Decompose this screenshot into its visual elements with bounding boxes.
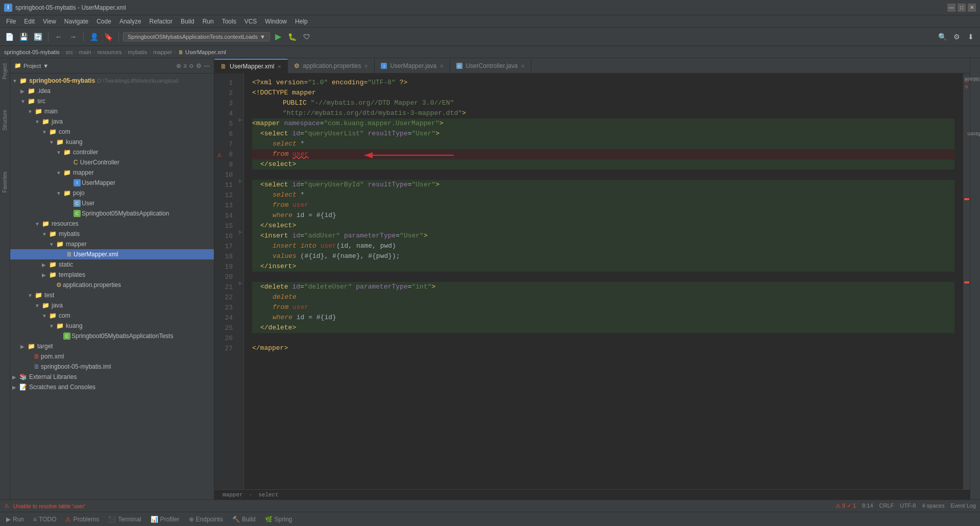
menu-code[interactable]: Code [92, 17, 115, 26]
tree-controller[interactable]: ▼ 📁 controller [10, 147, 214, 157]
endpoints-panel-btn[interactable]: ⊕ Endpoints [185, 515, 227, 524]
run-config-selector[interactable]: SpringbootOSMybatisApplicationTests.cont… [123, 32, 270, 41]
project-panel-tab[interactable]: Project [1, 58, 9, 84]
tree-idea[interactable]: ▶ 📁 .idea [10, 86, 214, 96]
back-button[interactable]: ← [53, 31, 65, 43]
profiler-panel-btn[interactable]: 📊 Profiler [146, 515, 184, 524]
tree-test-kuang[interactable]: ▼ 📁 kuang [10, 321, 214, 331]
tree-main[interactable]: ▼ 📁 main [10, 106, 214, 116]
maven-panel-tab[interactable]: Maven [962, 129, 980, 138]
tree-test[interactable]: ▼ 📁 test [10, 290, 214, 300]
menu-file[interactable]: File [2, 17, 20, 26]
tree-kuang[interactable]: ▼ 📁 kuang [10, 137, 214, 147]
tree-resources[interactable]: ▼ 📁 resources [10, 219, 214, 229]
breadcrumb-resources[interactable]: resources [97, 49, 121, 55]
tab-usercontroller-java[interactable]: C UserController.java ✕ [450, 59, 531, 73]
menu-edit[interactable]: Edit [20, 17, 39, 26]
indent[interactable]: 4 spaces [922, 503, 944, 509]
tab-usermapper-xml[interactable]: 🗎 UserMapper.xml ✕ [214, 59, 288, 73]
menu-window[interactable]: Window [261, 17, 291, 26]
window-controls[interactable]: — □ ✕ [947, 4, 976, 12]
tree-mybatis[interactable]: ▼ 📁 mybatis [10, 229, 214, 239]
tree-springboot-app[interactable]: ▶ C Springboot05MybatisApplication [10, 208, 214, 219]
tree-java[interactable]: ▼ 📁 java [10, 116, 214, 127]
breadcrumb-main[interactable]: main [79, 49, 91, 55]
tree-usermapper-java[interactable]: ▶ I UserMapper [10, 178, 214, 188]
tree-iml[interactable]: ▶ 🗎 springboot-05-mybatis.iml [10, 362, 214, 372]
close-button[interactable]: ✕ [968, 4, 976, 12]
code-area[interactable]: <?xml version="1.0" encoding="UTF-8" ?> … [244, 74, 963, 489]
tree-target[interactable]: ▶ 📁 target [10, 341, 214, 351]
menu-tools[interactable]: Tools [218, 17, 240, 26]
menu-navigate[interactable]: Navigate [60, 17, 92, 26]
run-panel-btn[interactable]: ▶ Run [2, 515, 28, 524]
tab-close-xml[interactable]: ✕ [277, 64, 281, 69]
tree-mapper-folder[interactable]: ▼ 📁 mapper [10, 239, 214, 249]
tree-scratches[interactable]: ▶ 📝 Scratches and Consoles [10, 382, 214, 392]
tree-src[interactable]: ▼ 📁 src [10, 96, 214, 106]
encoding[interactable]: UTF-8 [900, 503, 916, 509]
tree-pojo[interactable]: ▼ 📁 pojo [10, 188, 214, 198]
coverage-button[interactable]: 🛡 [301, 31, 313, 43]
tree-usermapper-xml[interactable]: ▶ 🗎 UserMapper.xml [10, 249, 214, 259]
save-all-button[interactable]: 💾 [17, 31, 30, 43]
tree-springboot-tests[interactable]: ▶ C Springboot05MybatisApplicationTests [10, 331, 214, 341]
sidebar-dropdown-icon[interactable]: ▼ [43, 63, 48, 69]
tree-test-com[interactable]: ▼ 📁 com [10, 310, 214, 321]
terminal-panel-btn[interactable]: ⬛ Terminal [104, 515, 145, 524]
problems-panel-btn[interactable]: ⚠ Problems [61, 515, 103, 524]
structure-panel-tab[interactable]: Structure [1, 105, 9, 136]
tree-static[interactable]: ▶ 📁 static [10, 259, 214, 270]
tree-app-properties[interactable]: ▶ ⚙ application.properties [10, 280, 214, 290]
forward-button[interactable]: → [67, 31, 79, 43]
menu-run[interactable]: Run [199, 17, 218, 26]
breadcrumb-mapper[interactable]: mapper [153, 49, 172, 55]
spring-panel-btn[interactable]: 🌿 Spring [261, 515, 297, 524]
gear-icon[interactable]: ⚙ [196, 62, 202, 69]
tree-com[interactable]: ▼ 📁 com [10, 127, 214, 137]
minimize-button[interactable]: — [947, 4, 955, 12]
breadcrumb-file[interactable]: 🗎 UserMapper.xml [178, 49, 226, 55]
breadcrumb-select[interactable]: select [258, 492, 279, 498]
bookmark-button[interactable]: 🔖 [102, 31, 114, 43]
breadcrumb-project[interactable]: springboot-05-mybatis [4, 49, 60, 55]
menu-vcs[interactable]: VCS [240, 17, 261, 26]
breadcrumb-mybatis[interactable]: mybatis [128, 49, 147, 55]
tab-close-java-i[interactable]: ✕ [439, 63, 444, 69]
search-everywhere-button[interactable]: 🔍 [936, 31, 948, 43]
menu-build[interactable]: Build [177, 17, 199, 26]
build-panel-btn[interactable]: 🔨 Build [228, 515, 260, 524]
breadcrumb-mapper[interactable]: mapper [223, 492, 243, 498]
tab-app-properties[interactable]: ⚙ application.properties ✕ [288, 59, 375, 73]
todo-panel-btn[interactable]: ≡ TODO [29, 515, 60, 524]
sync-button[interactable]: 🔄 [32, 31, 44, 43]
tree-test-java[interactable]: ▼ 📁 java [10, 300, 214, 310]
line-ending[interactable]: CRLF [879, 503, 894, 509]
menu-help[interactable]: Help [291, 17, 312, 26]
settings-button[interactable]: ⚙ [950, 31, 963, 43]
menu-refactor[interactable]: Refactor [145, 17, 177, 26]
breadcrumb-src[interactable]: src [66, 49, 74, 55]
tree-usercontroller[interactable]: ▶ C UserController [10, 157, 214, 168]
collapse-icon[interactable]: ≡ [183, 62, 187, 69]
locate-icon[interactable]: ⊕ [176, 62, 181, 69]
event-log[interactable]: Event Log [950, 503, 976, 509]
tree-user-java[interactable]: ▶ C User [10, 198, 214, 208]
filter-icon[interactable]: ≎ [189, 62, 194, 69]
tab-close-java-c[interactable]: ✕ [521, 63, 525, 69]
tree-external-libs[interactable]: ▶ 📚 External Libraries [10, 372, 214, 382]
tree-root[interactable]: ▼ 📁 springboot-05-mybatis D:\TwinklingLi… [10, 76, 214, 86]
database-panel-tab[interactable]: Database [959, 75, 980, 84]
error-warning-count[interactable]: ⚠ 9 ✓ 1 [836, 503, 856, 509]
tree-pom[interactable]: ▶ 🗎 pom.xml [10, 351, 214, 362]
maximize-button[interactable]: □ [958, 4, 966, 12]
tree-mapper-pkg[interactable]: ▼ 📁 mapper [10, 168, 214, 178]
navigate-button[interactable]: 👤 [88, 31, 100, 43]
menu-analyze[interactable]: Analyze [115, 17, 145, 26]
minimize-sidebar-icon[interactable]: — [204, 62, 210, 69]
tree-templates[interactable]: ▶ 📁 templates [10, 270, 214, 280]
favorites-panel-tab[interactable]: Favorites [1, 166, 9, 198]
tab-usermapper-java[interactable]: I UserMapper.java ✕ [375, 59, 450, 73]
run-button[interactable]: ▶ [272, 31, 284, 43]
tab-close-props[interactable]: ✕ [364, 63, 368, 69]
